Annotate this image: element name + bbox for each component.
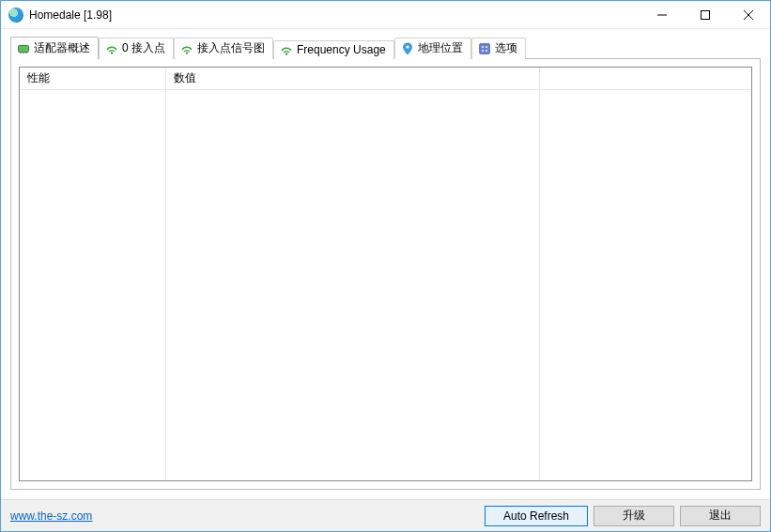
minimize-button[interactable] [640,1,684,29]
tab-strip: 适配器概述 0 接入点 接入点信号图 Frequency Usage 地理位置 [10,37,761,59]
tab-content: 性能 数值 [10,59,761,490]
wifi-icon [105,42,118,55]
auto-refresh-button[interactable]: Auto Refresh [485,506,588,526]
svg-rect-2 [20,52,22,53]
location-pin-icon [401,42,414,55]
wifi-icon [280,43,293,56]
column-header-empty[interactable] [540,68,751,90]
tab-options[interactable]: 选项 [471,38,526,59]
footer: www.the-sz.com Auto Refresh 升级 退出 [1,499,770,531]
wifi-icon [180,42,193,55]
titlebar: Homedale [1.98] [1,1,770,29]
svg-rect-3 [23,52,24,53]
column-header-value[interactable]: 数值 [166,68,540,90]
app-icon [8,8,23,23]
tab-label: 0 接入点 [122,40,165,56]
column-header-property[interactable]: 性能 [20,68,166,90]
svg-rect-0 [702,10,710,19]
svg-point-8 [406,45,409,48]
tab-access-points[interactable]: 0 接入点 [99,38,174,59]
svg-rect-9 [479,43,489,53]
tab-label: 适配器概述 [34,40,90,56]
card-icon [17,42,30,55]
svg-point-13 [486,50,487,52]
tab-label: 地理位置 [418,40,463,56]
upgrade-button[interactable]: 升级 [594,506,674,526]
svg-rect-4 [25,52,27,53]
column-body [20,90,166,480]
svg-point-11 [486,46,487,48]
options-icon [478,42,491,55]
exit-button[interactable]: 退出 [680,506,761,526]
column-body [166,90,540,480]
svg-point-12 [482,50,484,52]
svg-point-10 [482,46,484,48]
tab-label: 选项 [495,40,517,56]
close-button[interactable] [727,1,770,29]
tab-label: Frequency Usage [297,43,386,56]
client-area: 适配器概述 0 接入点 接入点信号图 Frequency Usage 地理位置 [1,29,770,499]
properties-table[interactable]: 性能 数值 [19,67,752,481]
column-body [540,90,751,480]
maximize-button[interactable] [684,1,727,29]
tab-signal-graph[interactable]: 接入点信号图 [174,38,273,59]
window-title: Homedale [1.98] [29,8,112,22]
svg-point-5 [111,52,113,53]
svg-point-6 [186,52,188,53]
tab-frequency-usage[interactable]: Frequency Usage [273,40,394,59]
tab-location[interactable]: 地理位置 [394,38,471,59]
tab-label: 接入点信号图 [197,40,265,56]
tab-adapter-overview[interactable]: 适配器概述 [10,37,99,59]
svg-point-7 [285,53,287,54]
svg-rect-1 [19,45,29,52]
website-link[interactable]: www.the-sz.com [10,509,92,523]
